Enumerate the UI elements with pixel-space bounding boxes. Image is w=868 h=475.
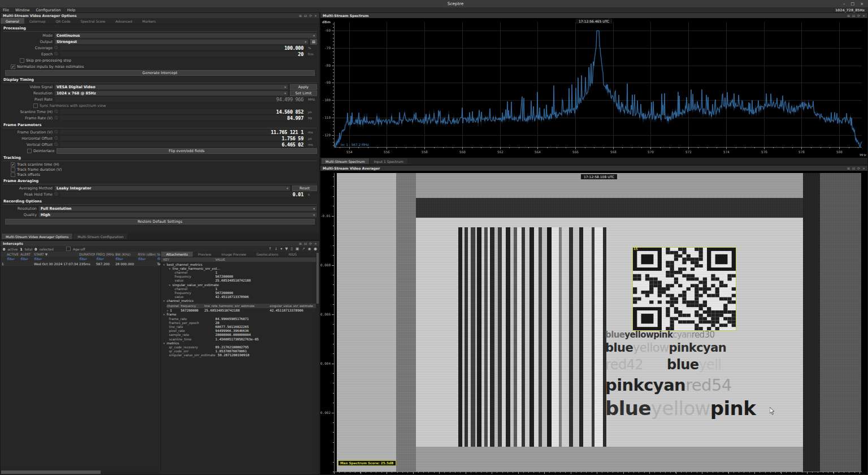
- bottom-tab-1[interactable]: Multi-Stream Configuration: [73, 234, 127, 239]
- filter-input-3[interactable]: filter: [78, 257, 95, 261]
- coverage-field[interactable]: 100.000: [59, 45, 305, 51]
- filter-input-2[interactable]: filter: [33, 257, 78, 261]
- restore-defaults-button[interactable]: Restore Default Settings: [5, 219, 315, 224]
- dock-icon[interactable]: ⊟: [304, 241, 307, 245]
- vertical-offset-field[interactable]: 6.465 02: [59, 141, 305, 148]
- undock-icon[interactable]: ⊞: [847, 14, 850, 18]
- flip-fields-button[interactable]: Flip even/odd fields: [57, 148, 317, 154]
- mode-select[interactable]: Continuous▾: [54, 33, 317, 38]
- tab-options-0[interactable]: General: [1, 18, 24, 24]
- filter-input-5[interactable]: filter: [114, 257, 137, 261]
- epoch-field[interactable]: 20: [59, 51, 305, 57]
- spectrum-plot[interactable]: dBm MHz 17:12:56.465 UTC In: 1 - 567.2 M…: [320, 18, 867, 158]
- tab-options-1[interactable]: Colormap: [24, 18, 51, 24]
- set-limit-button[interactable]: Set Limit: [290, 90, 317, 96]
- refresh-icon[interactable]: ⟳: [309, 14, 312, 18]
- jump-icon[interactable]: ↗: [302, 247, 305, 251]
- record-icon[interactable]: ◉: [308, 247, 311, 251]
- export-icon[interactable]: ↑: [268, 247, 271, 251]
- menu-file[interactable]: File: [3, 8, 9, 12]
- filter-input-0[interactable]: filter: [6, 257, 19, 261]
- dock-icon[interactable]: ⊟: [852, 166, 855, 170]
- sync-harmonics-checkbox[interactable]: [33, 103, 38, 108]
- column-header-0[interactable]: ACTIVE: [6, 253, 19, 256]
- tracking-checkbox-2[interactable]: [11, 172, 15, 177]
- maximize-icon[interactable]: □: [851, 2, 855, 6]
- refresh-icon[interactable]: ⟳: [857, 166, 860, 170]
- close-icon[interactable]: ×: [862, 166, 865, 170]
- quality-select[interactable]: High▾: [38, 212, 317, 218]
- detail-tab-2[interactable]: Image Preview: [216, 252, 251, 257]
- tree-group[interactable]: ▾metrics: [161, 341, 316, 345]
- close-icon[interactable]: ×: [862, 14, 865, 18]
- tab-options-2[interactable]: QR Code: [51, 18, 76, 24]
- detail-tab-1[interactable]: Preview: [193, 252, 216, 257]
- resolution-select[interactable]: 1024 x 768 @ 85Hz▾: [54, 90, 288, 96]
- menu-help[interactable]: Help: [67, 8, 76, 12]
- dock-icon[interactable]: ⊟: [304, 14, 307, 18]
- tree-group[interactable]: ▾best_channel_metrics: [161, 262, 316, 266]
- more-dropdown-icon[interactable]: ▾: [280, 247, 282, 251]
- normalize-checkbox[interactable]: ✓: [11, 64, 15, 69]
- refresh-icon[interactable]: ⟳: [309, 241, 312, 245]
- import-icon[interactable]: ↓: [275, 247, 277, 251]
- video-signal-select[interactable]: VESA Digital Video▾: [54, 84, 288, 90]
- scanline-time-field[interactable]: 14.560 852: [59, 109, 305, 115]
- tree-group[interactable]: ▾channel_metrics: [161, 299, 316, 303]
- generate-intercept-button[interactable]: Generate Intercept: [5, 70, 315, 76]
- filter-input-6[interactable]: filter: [137, 257, 156, 261]
- output-options-icon[interactable]: ▤: [310, 39, 317, 45]
- tab-options-5[interactable]: Markers: [137, 18, 161, 24]
- frame-duration-field[interactable]: 11.765 121 1: [59, 129, 305, 135]
- undock-icon[interactable]: ⊞: [847, 166, 850, 170]
- tracking-checkbox-1[interactable]: [11, 167, 15, 172]
- column-header-6[interactable]: RSSI (dBm): [137, 253, 156, 256]
- table-row[interactable]: 1Wed Oct 30 2024 17:07:34235ms567.20028 …: [1, 261, 160, 266]
- recording-resolution-select[interactable]: Full Resolution▾: [38, 206, 317, 211]
- tree-group[interactable]: ▾line_rate_harmonic_snr_est...: [161, 266, 316, 270]
- detail-tab-4[interactable]: RIDS: [284, 252, 302, 257]
- column-header-2[interactable]: START ▼: [33, 253, 78, 256]
- channel-metrics-table-row[interactable]: ▸156720000025.68534851074218842.45118713…: [167, 308, 316, 313]
- minimize-icon[interactable]: –: [843, 2, 845, 6]
- vertical-scrollbar[interactable]: [316, 252, 319, 474]
- close-icon[interactable]: ×: [314, 14, 317, 18]
- horizontal-offset-field[interactable]: 1.756 59: [59, 135, 305, 141]
- detail-tab-0[interactable]: Attachments: [161, 252, 193, 257]
- undock-icon[interactable]: ⊞: [299, 14, 302, 18]
- apply-button[interactable]: Apply: [290, 84, 317, 90]
- tab-options-3[interactable]: Spectral Score: [76, 18, 110, 24]
- deinterlace-checkbox[interactable]: [27, 149, 32, 153]
- filter-input-7[interactable]: filter: [156, 257, 161, 261]
- bottom-tab-0[interactable]: Multi-Stream Video Averager Options: [2, 234, 72, 239]
- column-header-4[interactable]: FREQ (MHz): [95, 253, 114, 256]
- reset-button[interactable]: Reset: [292, 185, 317, 191]
- menu-window[interactable]: Window: [15, 8, 30, 12]
- output-select[interactable]: Strongest▾: [54, 39, 309, 45]
- averaging-method-select[interactable]: Leaky Integrator▾: [54, 185, 290, 191]
- ageoff-checkbox[interactable]: [66, 247, 71, 251]
- refresh-icon[interactable]: ⟳: [857, 14, 860, 18]
- column-header-7[interactable]: Signal Type: [156, 253, 161, 256]
- close-icon[interactable]: ×: [860, 2, 863, 6]
- detail-tab-3[interactable]: Geolocations: [251, 252, 284, 257]
- tree-group[interactable]: ▾frame: [161, 313, 316, 317]
- horizontal-scrollbar[interactable]: [1, 470, 162, 474]
- tree-group[interactable]: ▾singular_value_snr_estimate: [161, 283, 316, 287]
- filter-input-1[interactable]: filter: [19, 257, 33, 261]
- menu-configuration[interactable]: Configuration: [36, 8, 61, 12]
- undock-icon[interactable]: ⊞: [299, 241, 302, 245]
- frame-rate-field[interactable]: 84.997: [59, 115, 305, 121]
- flag-icon[interactable]: ▣: [296, 247, 299, 251]
- filter-icon[interactable]: ▼: [285, 247, 288, 251]
- column-header-5[interactable]: BW (KHz): [114, 253, 137, 256]
- column-header-1[interactable]: ALERT: [19, 253, 33, 256]
- dock-icon[interactable]: ⊟: [852, 14, 855, 18]
- peak-hold-field[interactable]: 0.01: [59, 191, 305, 197]
- video-plot[interactable]: 15 blueyellowpinkcyanred30blueyellowpink…: [320, 171, 867, 474]
- spectrum-tab-0[interactable]: Multi-Stream Spectrum: [322, 158, 369, 164]
- delete-icon[interactable]: ▯: [290, 247, 293, 251]
- spectrum-tab-1[interactable]: Input 1 Spectrum: [370, 158, 407, 164]
- filter-input-4[interactable]: filter: [95, 257, 114, 261]
- skip-preprocessing-checkbox[interactable]: [20, 58, 24, 63]
